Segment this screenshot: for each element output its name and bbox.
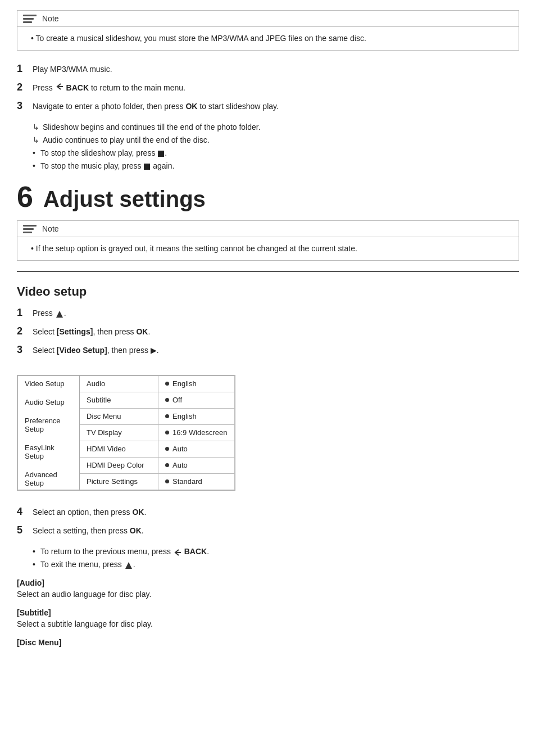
value-hdmi-deep-color: Auto — [158, 457, 235, 473]
option-hdmi-video: HDMI Video — [80, 441, 158, 457]
value-audio: English — [158, 375, 235, 392]
intro-step-1: 1 Play MP3/WMA music. — [17, 61, 519, 77]
bullet-back: To return to the previous menu, press BA… — [33, 546, 519, 558]
setup-table-wrapper: Video Setup Audio Setup Preference Setup… — [17, 375, 235, 491]
sub-section-subtitle-label: [Subtitle] — [17, 608, 519, 617]
sub-section-subtitle: [Subtitle] Select a subtitle language fo… — [17, 608, 519, 630]
sub-section-subtitle-desc: Select a subtitle language for disc play… — [17, 618, 519, 630]
menu-item-preference: Preference Setup — [25, 417, 72, 433]
sub-section-disc-menu: [Disc Menu] — [17, 638, 519, 647]
note-icon-1 — [23, 15, 37, 23]
vs-step-content-5: Select a setting, then press OK. — [33, 524, 144, 537]
svg-rect-0 — [57, 86, 63, 87]
vs-step-2: 2 Select [Settings], then press OK. — [17, 323, 519, 339]
intro-step-2: 2 Press BACK to return to the main menu. — [17, 79, 519, 96]
note-body-1: To create a musical slideshow, you must … — [17, 27, 519, 50]
dot-disc-menu — [165, 414, 169, 418]
setup-table: Video Setup Audio Setup Preference Setup… — [17, 375, 235, 490]
vs-step-content-4: Select an option, then press OK. — [33, 506, 146, 518]
menu-column: Video Setup Audio Setup Preference Setup… — [18, 375, 80, 490]
value-hdmi-video: Auto — [158, 441, 235, 457]
vs-step-num-1: 1 — [17, 305, 33, 321]
menu-item-audio: Audio Setup — [25, 398, 72, 406]
sub-section-audio-label: [Audio] — [17, 578, 519, 587]
bullet-item-2: To stop the music play, press again. — [33, 160, 519, 172]
chapter-heading: 6 Adjust settings — [17, 182, 519, 211]
note-item-1: To create a musical slideshow, you must … — [31, 33, 511, 44]
note-header-2: Note — [17, 221, 519, 237]
note-title-2: Note — [42, 224, 59, 233]
sub-section-audio: [Audio] Select an audio language for dis… — [17, 578, 519, 600]
note-box-1: Note To create a musical slideshow, you … — [17, 10, 519, 51]
vs-step-num-2: 2 — [17, 323, 33, 339]
chapter-num: 6 — [17, 182, 33, 211]
vs-step-4: 4 Select an option, then press OK. — [17, 504, 519, 520]
step-content-3: Navigate to enter a photo folder, then p… — [33, 100, 279, 112]
vs-step-num-3: 3 — [17, 342, 33, 358]
vs-step-3: 3 Select [Video Setup], then press ▶. — [17, 342, 519, 358]
step-num-3: 3 — [17, 98, 33, 114]
video-setup-steps-after: 4 Select an option, then press OK. 5 Sel… — [17, 504, 519, 538]
video-setup-steps: 1 Press . 2 Select [Settings], then pres… — [17, 305, 519, 357]
option-disc-menu: Disc Menu — [80, 408, 158, 424]
menu-item-video: Video Setup — [25, 379, 72, 388]
note-icon-2 — [23, 225, 37, 233]
sub-section-audio-desc: Select an audio language for disc play. — [17, 588, 519, 600]
value-picture-settings: Standard — [158, 473, 235, 490]
note-box-2: Note If the setup option is grayed out, … — [17, 220, 519, 261]
chapter-title: Adjust settings — [43, 188, 206, 210]
step-num-2: 2 — [17, 79, 33, 96]
section-divider — [17, 271, 519, 272]
arrow-items: Slideshow begins and continues till the … — [33, 121, 519, 146]
stop-icon-1 — [158, 151, 164, 157]
video-setup-section: Video setup 1 Press . 2 Select [Settings… — [17, 278, 519, 647]
bullet-item-1: To stop the slideshow play, press . — [33, 147, 519, 159]
dot-picture-settings — [165, 479, 169, 483]
dot-hdmi-video — [165, 447, 169, 451]
menu-item-advanced: Advanced Setup — [25, 470, 72, 487]
bullet-home: To exit the menu, press . — [33, 559, 519, 571]
step-num-1: 1 — [17, 61, 33, 77]
vs-step-content-2: Select [Settings], then press OK. — [33, 325, 150, 338]
option-tv-display: TV Display — [80, 424, 158, 441]
bullet-items: To stop the slideshow play, press . To s… — [33, 147, 519, 172]
table-row: Video Setup Audio Setup Preference Setup… — [18, 375, 235, 392]
vs-step-num-5: 5 — [17, 522, 33, 538]
arrow-item-1: Slideshow begins and continues till the … — [33, 121, 519, 133]
vs-step-num-4: 4 — [17, 504, 33, 520]
sub-section-disc-menu-label: [Disc Menu] — [17, 638, 519, 647]
note-body-2: If the setup option is grayed out, it me… — [17, 237, 519, 260]
option-subtitle: Subtitle — [80, 392, 158, 408]
dot-subtitle — [165, 398, 169, 402]
video-setup-heading: Video setup — [17, 278, 519, 299]
vs-step-1: 1 Press . — [17, 305, 519, 321]
step-content-2: Press BACK to return to the main menu. — [33, 82, 185, 94]
dot-tv-display — [165, 431, 169, 434]
menu-item-easylink: EasyLink Setup — [25, 443, 72, 460]
svg-marker-3 — [125, 562, 132, 569]
stop-icon-2 — [144, 164, 150, 170]
svg-marker-1 — [56, 311, 63, 318]
bullets-after: To return to the previous menu, press BA… — [33, 546, 519, 571]
vs-step-5: 5 Select a setting, then press OK. — [17, 522, 519, 538]
note-header-1: Note — [17, 11, 519, 27]
note-title-1: Note — [42, 14, 59, 23]
value-disc-menu: English — [158, 408, 235, 424]
vs-step-content-1: Press . — [33, 307, 66, 319]
option-picture-settings: Picture Settings — [80, 473, 158, 490]
option-audio: Audio — [80, 375, 158, 392]
step-content-1: Play MP3/WMA music. — [33, 63, 112, 75]
intro-step-3: 3 Navigate to enter a photo folder, then… — [17, 98, 519, 114]
option-hdmi-deep-color: HDMI Deep Color — [80, 457, 158, 473]
svg-rect-2 — [175, 552, 181, 553]
vs-step-content-3: Select [Video Setup], then press ▶. — [33, 344, 159, 356]
note-item-2: If the setup option is grayed out, it me… — [31, 243, 511, 255]
arrow-item-2: Audio continues to play until the end of… — [33, 134, 519, 146]
dot-audio — [165, 382, 169, 386]
intro-steps: 1 Play MP3/WMA music. 2 Press BACK to re… — [17, 61, 519, 114]
value-subtitle: Off — [158, 392, 235, 408]
dot-hdmi-deep-color — [165, 463, 169, 467]
value-tv-display: 16:9 Widescreen — [158, 424, 235, 441]
